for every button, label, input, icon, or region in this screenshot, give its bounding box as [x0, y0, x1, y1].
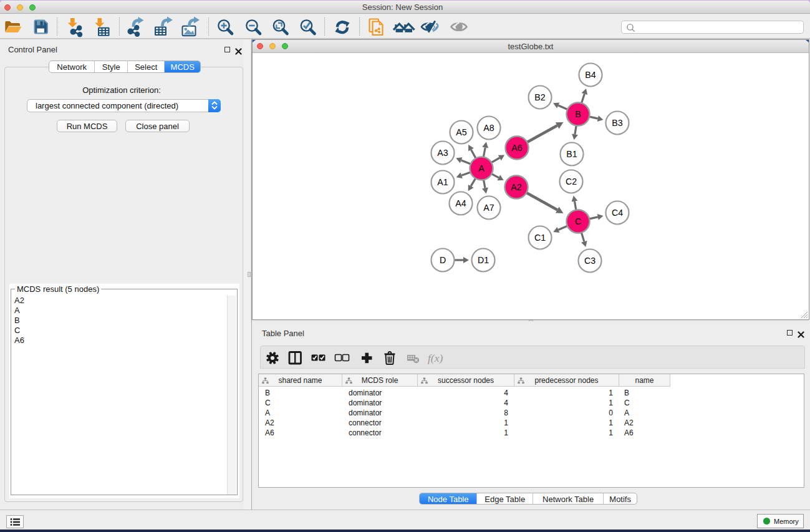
svg-text:B4: B4	[585, 70, 595, 80]
svg-text:A3: A3	[437, 148, 448, 158]
svg-text:D1: D1	[478, 255, 489, 265]
svg-text:A2: A2	[511, 182, 521, 192]
svg-text:B3: B3	[612, 118, 622, 128]
svg-text:A6: A6	[511, 143, 522, 153]
svg-text:C2: C2	[566, 177, 577, 186]
svg-text:C1: C1	[534, 233, 546, 243]
svg-text:A7: A7	[483, 203, 494, 213]
svg-text:A5: A5	[456, 127, 466, 137]
svg-text:B: B	[575, 109, 581, 119]
svg-text:A: A	[478, 163, 485, 173]
svg-text:A4: A4	[455, 198, 466, 208]
svg-text:C4: C4	[612, 208, 623, 218]
svg-text:D: D	[440, 255, 446, 265]
svg-text:B2: B2	[534, 92, 545, 102]
svg-text:C3: C3	[584, 256, 595, 266]
svg-text:C: C	[575, 216, 581, 226]
svg-text:A8: A8	[483, 123, 494, 133]
svg-text:f(x): f(x)	[428, 352, 443, 364]
svg-text:A1: A1	[437, 177, 448, 187]
svg-text:B1: B1	[566, 149, 577, 159]
